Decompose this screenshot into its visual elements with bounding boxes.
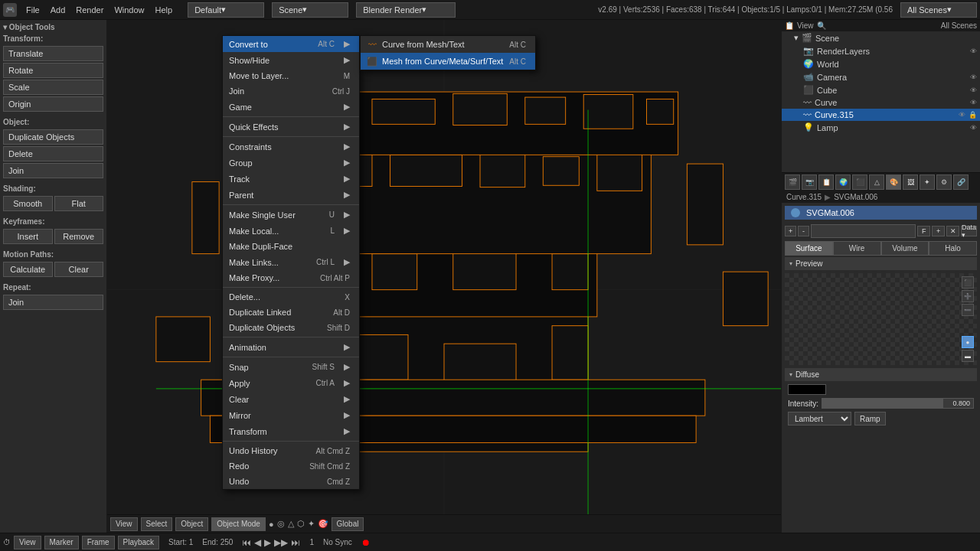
mat-plus2-btn[interactable]: + bbox=[932, 226, 945, 236]
ctx-redo[interactable]: Redo Shift Cmd Z bbox=[223, 458, 359, 474]
menu-window[interactable]: Window bbox=[109, 4, 149, 16]
prop-layers-btn[interactable]: 📋 bbox=[818, 174, 834, 190]
ctx-track[interactable]: Track ▶ bbox=[223, 171, 359, 187]
ctx-make-local[interactable]: Make Local... L ▶ bbox=[223, 223, 359, 239]
ctx-make-proxy[interactable]: Make Proxy... Ctrl Alt P bbox=[223, 270, 359, 285]
ctx-join[interactable]: Join Ctrl J bbox=[223, 83, 359, 99]
ctx-parent[interactable]: Parent ▶ bbox=[223, 187, 359, 203]
delete-btn[interactable]: Delete bbox=[3, 146, 103, 161]
ctx-animation[interactable]: Animation ▶ bbox=[223, 339, 359, 355]
prop-render-btn[interactable]: 📷 bbox=[802, 174, 817, 190]
menu-render[interactable]: Render bbox=[71, 4, 108, 16]
ctx-group[interactable]: Group ▶ bbox=[223, 155, 359, 171]
ctx-convert-to[interactable]: Convert to Alt C ▶ bbox=[223, 36, 359, 52]
outliner-curve315[interactable]: 〰 Curve.315 👁 🔒 bbox=[782, 109, 980, 121]
ctx-transform[interactable]: Transform ▶ bbox=[223, 423, 359, 439]
outliner-scene[interactable]: ▾ 🎬 Scene bbox=[782, 31, 980, 44]
prop-particles-btn[interactable]: ✦ bbox=[920, 174, 935, 190]
preview-icon-1[interactable]: ⬛ bbox=[962, 276, 974, 289]
preview-plane-btn[interactable]: ▬ bbox=[962, 350, 974, 362]
ctx-apply[interactable]: Apply Ctrl A ▶ bbox=[223, 375, 359, 391]
outliner-cube[interactable]: ⬛ Cube 👁 bbox=[782, 83, 980, 96]
ctx-show-hide[interactable]: Show/Hide ▶ bbox=[223, 52, 359, 68]
menu-help[interactable]: Help bbox=[151, 4, 178, 16]
all-scenes-dropdown[interactable]: All Scenes ▾ bbox=[900, 2, 977, 18]
mat-minus-btn[interactable]: - bbox=[798, 226, 809, 236]
join-bottom-btn[interactable]: Join bbox=[3, 295, 103, 310]
preview-icon-3[interactable]: ➖ bbox=[962, 304, 974, 316]
translate-btn[interactable]: Translate bbox=[3, 46, 103, 61]
view-btn[interactable]: View bbox=[110, 517, 138, 531]
play-btn[interactable]: ▶ bbox=[264, 537, 271, 548]
timeline-frame-btn[interactable]: Frame bbox=[82, 536, 115, 549]
fast-fwd-btn[interactable]: ⏭ bbox=[291, 537, 300, 548]
prop-scene-btn[interactable]: 🎬 bbox=[785, 174, 800, 190]
ctx-make-single-user[interactable]: Make Single User U ▶ bbox=[223, 207, 359, 223]
diffuse-shader-select[interactable]: Lambert Oren-Nayar Toon bbox=[788, 412, 851, 425]
outliner-camera[interactable]: 📹 Camera 👁 bbox=[782, 70, 980, 83]
remove-btn[interactable]: Remove bbox=[54, 229, 104, 244]
ctx-make-links[interactable]: Make Links... Ctrl L ▶ bbox=[223, 254, 359, 270]
insert-btn[interactable]: Insert bbox=[3, 229, 53, 244]
ctx-snap[interactable]: Snap Shift S ▶ bbox=[223, 359, 359, 375]
ctx-mirror[interactable]: Mirror ▶ bbox=[223, 407, 359, 423]
ctx-move-to-layer[interactable]: Move to Layer... M bbox=[223, 68, 359, 83]
ctx-constraints[interactable]: Constraints ▶ bbox=[223, 139, 359, 155]
select-btn[interactable]: Select bbox=[141, 517, 173, 531]
scale-btn[interactable]: Scale bbox=[3, 80, 103, 95]
calculate-btn[interactable]: Calculate bbox=[3, 262, 53, 277]
tab-surface[interactable]: Surface bbox=[785, 241, 833, 256]
ctx-game[interactable]: Game ▶ bbox=[223, 99, 359, 115]
outliner-world[interactable]: 🌍 World bbox=[782, 57, 980, 70]
mat-plus-btn[interactable]: + bbox=[785, 226, 796, 236]
ramp-btn[interactable]: Ramp bbox=[854, 412, 886, 425]
prop-texture-btn[interactable]: 🖼 bbox=[903, 174, 918, 190]
ctx-undo[interactable]: Undo Cmd Z bbox=[223, 474, 359, 489]
object-menu-btn[interactable]: Object bbox=[175, 517, 208, 531]
mat-x-btn[interactable]: ✕ bbox=[946, 226, 959, 236]
prop-physics-btn[interactable]: ⚙ bbox=[936, 174, 952, 190]
prev-frame-btn[interactable]: ◀ bbox=[254, 537, 261, 548]
preview-icon-2[interactable]: ➕ bbox=[962, 290, 974, 302]
menu-add[interactable]: Add bbox=[46, 4, 70, 16]
join-btn[interactable]: Join bbox=[3, 163, 103, 178]
ctx-clear[interactable]: Clear ▶ bbox=[223, 391, 359, 407]
mat-name-input[interactable]: VGMat.006 bbox=[811, 224, 916, 238]
preview-header[interactable]: ▾ Preview bbox=[785, 257, 977, 270]
prop-mesh-btn[interactable]: △ bbox=[869, 174, 884, 190]
smooth-btn[interactable]: Smooth bbox=[3, 196, 53, 211]
tab-wire[interactable]: Wire bbox=[833, 241, 881, 256]
tab-volume[interactable]: Volume bbox=[881, 241, 929, 256]
timeline-playback-btn[interactable]: Playback bbox=[118, 536, 160, 549]
mat-browse-btn[interactable]: Data ▾ bbox=[961, 226, 977, 236]
rewind-btn[interactable]: ⏮ bbox=[242, 537, 251, 548]
intensity-bar[interactable]: 0.800 bbox=[822, 398, 974, 409]
diffuse-color-swatch[interactable] bbox=[788, 384, 826, 395]
timeline-marker-btn[interactable]: Marker bbox=[44, 536, 79, 549]
mat-f-btn[interactable]: F bbox=[917, 226, 930, 236]
outliner-curve[interactable]: 〰 Curve 👁 bbox=[782, 96, 980, 109]
ctx-duplicate-objects[interactable]: Duplicate Objects Shift D bbox=[223, 320, 359, 335]
origin-btn[interactable]: Origin bbox=[3, 96, 103, 112]
prop-object-btn[interactable]: ⬛ bbox=[852, 174, 867, 190]
ctx-undo-history[interactable]: Undo History Alt Cmd Z bbox=[223, 443, 359, 458]
global-btn[interactable]: Global bbox=[332, 517, 364, 531]
ctx-delete[interactable]: Delete... X bbox=[223, 289, 359, 305]
tab-halo[interactable]: Halo bbox=[929, 241, 977, 256]
preview-sphere-btn[interactable]: ● bbox=[962, 336, 974, 348]
clear-motions-btn[interactable]: Clear bbox=[54, 262, 104, 277]
object-mode-btn[interactable]: Object Mode bbox=[211, 517, 266, 531]
ctx-quick-effects[interactable]: Quick Effects ▶ bbox=[223, 119, 359, 135]
flat-btn[interactable]: Flat bbox=[54, 196, 104, 211]
diffuse-header[interactable]: ▾ Diffuse bbox=[785, 368, 977, 381]
outliner-lamp[interactable]: 💡 Lamp 👁 bbox=[782, 121, 980, 134]
timeline-view-btn[interactable]: View bbox=[14, 536, 41, 549]
rotate-btn[interactable]: Rotate bbox=[3, 63, 103, 78]
viewport[interactable]: Convert to Alt C ▶ Show/Hide ▶ Move to L… bbox=[107, 20, 781, 533]
next-frame-btn[interactable]: ▶▶ bbox=[274, 537, 288, 548]
menu-file[interactable]: File bbox=[21, 4, 44, 16]
ctx-make-dupli-face[interactable]: Make Dupli-Face bbox=[223, 239, 359, 254]
outliner-renderlayers[interactable]: 📷 RenderLayers 👁 bbox=[782, 44, 980, 57]
layout-dropdown[interactable]: Default ▾ bbox=[188, 2, 264, 18]
prop-world-btn[interactable]: 🌍 bbox=[835, 174, 851, 190]
